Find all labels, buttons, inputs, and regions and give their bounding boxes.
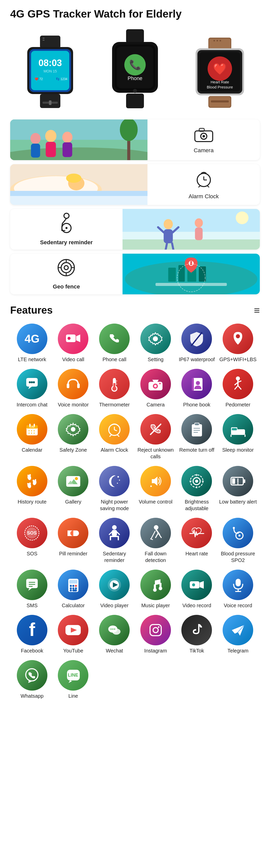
facebook-label: Facebook	[21, 647, 43, 654]
svg-point-246	[153, 627, 158, 633]
svg-line-62	[199, 186, 200, 187]
telegram-label: Telegram	[227, 647, 248, 654]
feature-item-history-route[interactable]: History route	[13, 466, 51, 512]
feature-item-sos[interactable]: SOS SOS	[13, 518, 51, 563]
feature-card-alarm: Alarm Clock	[10, 164, 260, 205]
feature-item-line[interactable]: LINE Line	[54, 660, 93, 699]
brightness-label: Brightness adjustable	[178, 498, 216, 512]
svg-text:📞: 📞	[129, 59, 141, 71]
svg-point-56	[66, 174, 82, 183]
feature-card-sedentary-icon: Sedentary reminder	[10, 209, 123, 250]
svg-point-140	[71, 427, 75, 432]
feature-item-music-player[interactable]: Music player	[136, 569, 175, 609]
night-power-label: Night power saving mode	[95, 498, 134, 512]
svg-point-243	[112, 628, 113, 629]
feature-item-facebook[interactable]: f Facebook	[13, 615, 51, 654]
svg-rect-199	[110, 536, 111, 540]
feature-item-safety-zone[interactable]: Safety Zone	[54, 414, 93, 460]
feature-item-youtube[interactable]: YouTube	[54, 615, 93, 654]
feature-item-night-power[interactable]: Night power saving mode	[95, 466, 134, 512]
svg-rect-186	[232, 478, 235, 484]
feature-item-calendar[interactable]: CAL Calendar	[13, 414, 51, 460]
svg-point-24	[213, 40, 215, 41]
svg-point-117	[154, 385, 157, 388]
svg-marker-174	[152, 476, 157, 486]
svg-rect-70	[123, 240, 260, 250]
page-wrapper: 4G GPS Tracker Watch for Elderly 08:03 M…	[0, 0, 270, 707]
feature-item-video-player[interactable]: Video player	[95, 569, 134, 609]
svg-text:MON 15: MON 15	[44, 69, 57, 73]
feature-item-sleep-monitor[interactable]: Sleep monitor	[219, 414, 257, 460]
svg-point-20	[133, 89, 137, 93]
svg-point-171	[117, 476, 119, 477]
svg-marker-248	[232, 625, 244, 636]
feature-item-telegram[interactable]: Telegram	[219, 615, 257, 654]
feature-card-camera-icon: Camera	[147, 120, 260, 160]
feature-item-reject-calls[interactable]: Reject unknown calls	[136, 414, 175, 460]
svg-rect-216	[69, 580, 77, 584]
svg-point-51	[202, 135, 205, 137]
feature-item-setting[interactable]: Setting	[136, 323, 175, 363]
svg-text:Phone: Phone	[128, 75, 142, 81]
feature-item-remote-off[interactable]: Remote turn off	[178, 414, 216, 460]
feature-item-pedometer[interactable]: Pedometer	[219, 369, 257, 408]
feature-item-low-battery[interactable]: Low battery alert	[219, 466, 257, 512]
safety-zone-icon	[58, 414, 88, 444]
setting-label: Setting	[148, 356, 164, 363]
phone-call-icon	[99, 323, 130, 354]
feature-item-gps[interactable]: GPS+WIFI+LBS	[219, 323, 257, 363]
feature-item-calculator[interactable]: Calculator	[54, 569, 93, 609]
sedentary-icon	[57, 213, 76, 237]
hamburger-icon[interactable]: ≡	[254, 305, 260, 315]
feature-item-camera[interactable]: Camera	[136, 369, 175, 408]
svg-point-231	[159, 587, 162, 590]
svg-point-170	[75, 477, 78, 480]
feature-item-thermometer[interactable]: Thermometer	[95, 369, 134, 408]
svg-rect-73	[164, 229, 173, 243]
feature-item-wechat[interactable]: Wechat	[95, 615, 134, 654]
feature-item-heart-rate[interactable]: Heart rate	[178, 518, 216, 563]
feature-item-alarm-clock[interactable]: Alarm Clock	[95, 414, 134, 460]
feature-item-lte[interactable]: 4G LTE network	[13, 323, 51, 363]
feature-item-fall-detect[interactable]: Fall down detection	[136, 518, 175, 563]
svg-rect-13	[126, 29, 144, 43]
svg-rect-93	[156, 283, 227, 286]
svg-point-26	[220, 40, 221, 41]
feature-item-volume[interactable]: Volume control	[136, 466, 175, 512]
svg-point-121	[196, 381, 200, 385]
brightness-icon	[181, 466, 212, 496]
feature-item-sedentary-r[interactable]: Sedentary reminder	[95, 518, 134, 563]
feature-item-blood-pressure[interactable]: Blood pressure SPO2	[219, 518, 257, 563]
facebook-icon: f	[17, 615, 47, 645]
feature-item-sms[interactable]: SMS	[13, 569, 51, 609]
feature-item-pill[interactable]: Pill reminder	[54, 518, 93, 563]
fall-detect-icon	[140, 518, 171, 548]
video-record-icon	[181, 569, 212, 600]
svg-line-202	[117, 532, 119, 534]
feature-item-gallery[interactable]: Gallery	[54, 466, 93, 512]
feature-item-voice-record[interactable]: Voice record	[219, 569, 257, 609]
svg-point-172	[119, 479, 120, 480]
feature-item-ip67[interactable]: IP67 waterproof	[178, 323, 216, 363]
svg-line-76	[166, 243, 167, 250]
feature-item-phonebook[interactable]: Phone book	[178, 369, 216, 408]
camera-feat-icon	[140, 369, 171, 399]
feature-item-video-record[interactable]: Video record	[178, 569, 216, 609]
feature-item-brightness[interactable]: Brightness adjustable	[178, 466, 216, 512]
svg-line-208	[151, 539, 153, 539]
svg-point-103	[29, 381, 31, 383]
pedometer-label: Pedometer	[225, 401, 250, 408]
voice-monitor-label: Voice monitor	[58, 401, 89, 408]
feature-item-video-call[interactable]: Video call	[54, 323, 93, 363]
feature-card-camera-img	[10, 120, 147, 160]
svg-line-127	[238, 385, 241, 389]
feature-item-whatsapp[interactable]: Whatsapp	[13, 660, 51, 699]
svg-point-46	[62, 132, 73, 143]
feature-item-tiktok[interactable]: TikTok	[178, 615, 216, 654]
feature-item-voice-monitor[interactable]: Voice monitor	[54, 369, 93, 408]
geofence-icon	[57, 258, 76, 281]
svg-point-136	[29, 433, 30, 434]
feature-item-instagram[interactable]: Instagram	[136, 615, 175, 654]
feature-item-intercom[interactable]: Intercom chat	[13, 369, 51, 408]
feature-item-phone-call[interactable]: Phone call	[95, 323, 134, 363]
